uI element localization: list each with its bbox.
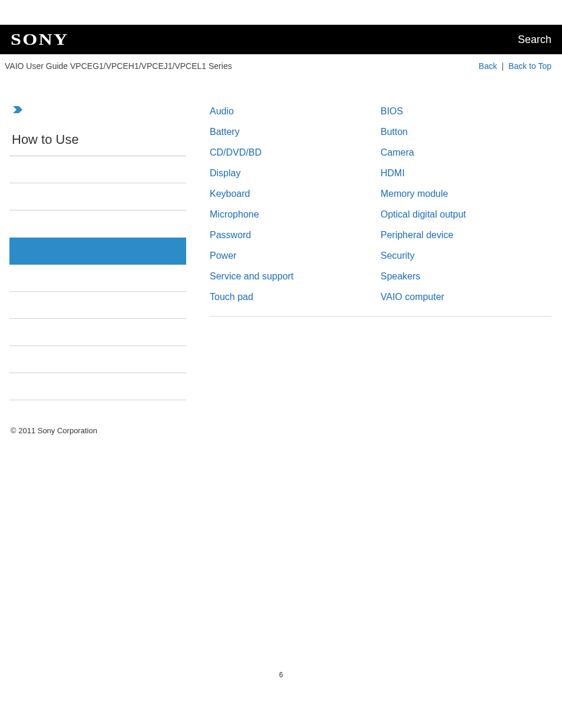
- main-divider: [210, 316, 551, 317]
- topic-link-button[interactable]: Button: [381, 127, 551, 137]
- sidebar-item[interactable]: [9, 346, 186, 373]
- subheader: VAIO User Guide VPCEG1/VPCEH1/VPCEJ1/VPC…: [0, 54, 562, 79]
- topic-link-peripheral-device[interactable]: Peripheral device: [381, 230, 551, 241]
- sidebar: How to Use: [9, 106, 186, 400]
- topic-link-power[interactable]: Power: [210, 251, 381, 261]
- topic-link-camera[interactable]: Camera: [381, 147, 551, 158]
- topic-link-bios[interactable]: BIOS: [381, 106, 551, 117]
- page-number: 6: [0, 671, 562, 697]
- sidebar-item[interactable]: [9, 373, 186, 400]
- topic-links: Audio Battery CD/DVD/BD Display Keyboard…: [210, 106, 551, 312]
- sidebar-item[interactable]: [9, 319, 186, 346]
- sony-logo: SONY: [11, 30, 69, 49]
- topic-link-optical-digital-output[interactable]: Optical digital output: [381, 209, 551, 220]
- back-to-top-link[interactable]: Back to Top: [508, 61, 551, 71]
- topic-link-keyboard[interactable]: Keyboard: [210, 189, 381, 199]
- header-bar: SONY Search: [0, 25, 562, 54]
- breadcrumb-arrow-icon: [13, 106, 24, 114]
- topic-column-1: Audio Battery CD/DVD/BD Display Keyboard…: [210, 106, 381, 312]
- topic-link-battery[interactable]: Battery: [210, 127, 381, 137]
- topic-link-memory-module[interactable]: Memory module: [381, 189, 551, 199]
- topic-link-speakers[interactable]: Speakers: [381, 271, 551, 282]
- sidebar-item-active[interactable]: [9, 238, 186, 265]
- svg-marker-0: [13, 106, 22, 113]
- topic-link-display[interactable]: Display: [210, 168, 381, 179]
- topic-link-microphone[interactable]: Microphone: [210, 209, 381, 220]
- nav-links: Back | Back to Top: [479, 61, 551, 71]
- sidebar-title: How to Use: [9, 132, 186, 156]
- topic-column-2: BIOS Button Camera HDMI Memory module Op…: [381, 106, 551, 312]
- sidebar-item[interactable]: [9, 210, 186, 238]
- sidebar-item[interactable]: [9, 292, 186, 319]
- sidebar-item[interactable]: [9, 183, 186, 210]
- topic-link-security[interactable]: Security: [381, 251, 551, 261]
- footer-copyright: © 2011 Sony Corporation: [0, 400, 562, 435]
- sidebar-item[interactable]: [9, 265, 186, 292]
- topic-link-cd-dvd-bd[interactable]: CD/DVD/BD: [210, 147, 381, 158]
- topic-link-service-support[interactable]: Service and support: [210, 271, 381, 282]
- back-link[interactable]: Back: [479, 61, 497, 71]
- guide-title: VAIO User Guide VPCEG1/VPCEH1/VPCEJ1/VPC…: [5, 61, 232, 71]
- nav-separator: |: [500, 61, 506, 71]
- sidebar-item[interactable]: [9, 156, 186, 183]
- topic-link-touch-pad[interactable]: Touch pad: [210, 292, 381, 302]
- topic-link-hdmi[interactable]: HDMI: [381, 168, 551, 179]
- topic-link-audio[interactable]: Audio: [210, 106, 381, 117]
- search-link[interactable]: Search: [518, 34, 551, 46]
- topic-link-password[interactable]: Password: [210, 230, 381, 241]
- content-wrap: How to Use Audio Battery CD/DVD/BD Displ…: [0, 106, 562, 400]
- topic-link-vaio-computer[interactable]: VAIO computer: [381, 292, 551, 302]
- main-content: Audio Battery CD/DVD/BD Display Keyboard…: [186, 106, 557, 400]
